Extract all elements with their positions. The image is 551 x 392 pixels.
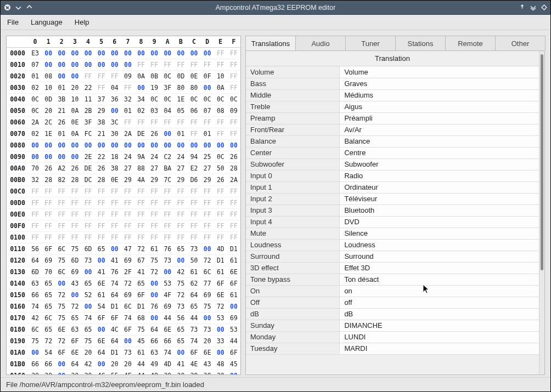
hex-byte[interactable]: 20 — [42, 105, 55, 117]
hex-byte[interactable]: 08 — [42, 71, 55, 82]
hex-byte[interactable]: 00 — [121, 140, 134, 151]
hex-byte[interactable]: 6C — [42, 313, 55, 324]
hex-byte[interactable]: FF — [227, 232, 240, 243]
hex-byte[interactable]: 28 — [42, 174, 55, 186]
hex-row[interactable]: 0110566F6C756D6500477261766573004DD1 — [7, 243, 240, 255]
hex-byte[interactable]: 6E — [95, 336, 108, 347]
hex-byte[interactable]: 73 — [188, 324, 201, 336]
hex-byte[interactable]: 74 — [82, 313, 95, 324]
hex-byte[interactable]: 00 — [174, 140, 187, 151]
hex-byte[interactable]: 00 — [214, 347, 227, 359]
hex-row[interactable]: 015066657200526164696F004F7264696E61 — [7, 289, 240, 301]
hex-byte[interactable]: 43 — [201, 359, 214, 370]
hex-byte[interactable]: 00 — [82, 140, 95, 151]
hex-byte[interactable]: 75 — [82, 336, 95, 347]
hex-byte[interactable]: 08 — [214, 105, 227, 117]
hex-row[interactable]: 0070021E010AFC21302ADE260001FF01FFFF — [7, 128, 240, 140]
translation-value[interactable]: Av/Ar — [340, 124, 539, 135]
hex-byte[interactable]: 69 — [121, 255, 134, 266]
hex-byte[interactable]: 6F — [188, 347, 201, 359]
hex-byte[interactable]: 00 — [55, 151, 68, 163]
hex-byte[interactable]: FF — [148, 117, 161, 128]
translation-value[interactable]: Balance — [340, 135, 539, 147]
translation-value[interactable]: Silence — [340, 228, 539, 239]
hex-byte[interactable]: 00 — [134, 140, 148, 151]
hex-byte[interactable]: FF — [188, 197, 201, 209]
hex-byte[interactable]: 06 — [188, 105, 201, 117]
hex-byte[interactable]: 00 — [55, 59, 68, 71]
hex-byte[interactable]: FF — [29, 220, 42, 232]
scrollbar[interactable] — [539, 51, 544, 374]
hex-byte[interactable]: FF — [174, 209, 187, 220]
hex-byte[interactable]: 00 — [108, 243, 121, 255]
hex-byte[interactable]: 9A — [134, 151, 148, 163]
hex-byte[interactable]: 00 — [95, 255, 108, 266]
hex-byte[interactable]: FF — [134, 209, 148, 220]
hex-byte[interactable]: 27 — [148, 163, 161, 174]
hex-byte[interactable]: 4D — [161, 359, 174, 370]
hex-byte[interactable]: FF — [121, 197, 134, 209]
translation-row[interactable]: MiddleMédiums — [246, 89, 539, 101]
hex-byte[interactable]: 26 — [68, 163, 81, 174]
hex-byte[interactable]: 10 — [214, 71, 227, 82]
hex-byte[interactable]: 65 — [134, 278, 148, 289]
translation-value[interactable]: Surround — [340, 251, 539, 262]
hex-byte[interactable]: 4C — [95, 370, 108, 375]
hex-byte[interactable]: FF — [161, 197, 174, 209]
hex-byte[interactable]: 07 — [201, 105, 214, 117]
translation-value[interactable]: Volume — [340, 66, 539, 78]
hex-byte[interactable]: 00 — [68, 289, 81, 301]
hex-byte[interactable]: 65 — [42, 289, 55, 301]
hex-byte[interactable]: 32 — [121, 94, 134, 105]
hex-byte[interactable]: FF — [227, 59, 240, 71]
hex-byte[interactable]: 01 — [201, 128, 214, 140]
hex-row[interactable]: 00500C20210A2B2900010203040506070809 — [7, 105, 240, 117]
hex-byte[interactable]: 72 — [134, 243, 148, 255]
hex-byte[interactable]: FF — [121, 82, 134, 94]
hex-byte[interactable]: 72 — [42, 336, 55, 347]
hex-byte[interactable]: 05 — [174, 105, 187, 117]
hex-byte[interactable]: 36 — [108, 94, 121, 105]
hex-row[interactable]: 00F0FFFFFFFFFFFFFFFFFFFFFFFFFFFFFFFF — [7, 220, 240, 232]
hex-byte[interactable]: 6D — [29, 266, 42, 278]
hex-byte[interactable]: D1 — [108, 301, 121, 313]
hex-byte[interactable]: FF — [227, 117, 240, 128]
hex-byte[interactable]: 61 — [148, 243, 161, 255]
hex-byte[interactable]: FF — [121, 209, 134, 220]
hex-byte[interactable]: FF — [174, 232, 187, 243]
menu-help[interactable]: Help — [75, 18, 89, 26]
hex-byte[interactable]: 00 — [134, 48, 148, 59]
hex-byte[interactable]: 20 — [29, 370, 42, 375]
hex-byte[interactable]: 02 — [29, 82, 42, 94]
hex-byte[interactable]: 0C — [214, 94, 227, 105]
hex-byte[interactable]: 00 — [42, 140, 55, 151]
hex-byte[interactable]: 6F — [134, 289, 148, 301]
hex-byte[interactable]: FF — [68, 186, 81, 197]
hex-byte[interactable]: 65 — [95, 243, 108, 255]
hex-byte[interactable]: 00 — [148, 313, 161, 324]
scrollbar-thumb[interactable] — [541, 54, 543, 270]
translation-value[interactable]: Effet 3D — [340, 262, 539, 274]
hex-byte[interactable]: 29 — [95, 105, 108, 117]
hex-byte[interactable]: 2A — [227, 174, 240, 186]
hex-byte[interactable]: 1E — [42, 128, 55, 140]
hex-byte[interactable]: FF — [174, 186, 187, 197]
hex-byte[interactable]: FF — [108, 186, 121, 197]
hex-byte[interactable]: 20 — [68, 82, 81, 94]
hex-byte[interactable]: 75 — [55, 301, 68, 313]
hex-byte[interactable]: 7C — [161, 174, 174, 186]
translation-value[interactable]: dB — [340, 308, 539, 320]
hex-byte[interactable]: 69 — [161, 301, 174, 313]
hex-byte[interactable]: 03 — [148, 105, 161, 117]
hex-byte[interactable]: 29 — [121, 174, 134, 186]
hex-byte[interactable]: 66 — [29, 289, 42, 301]
hex-byte[interactable]: FF — [161, 59, 174, 71]
hex-byte[interactable]: FF — [82, 232, 95, 243]
hex-byte[interactable]: FF — [55, 232, 68, 243]
hex-byte[interactable]: 6F — [68, 336, 81, 347]
hex-byte[interactable]: BA — [161, 163, 174, 174]
hex-byte[interactable]: 44 — [161, 313, 174, 324]
hex-byte[interactable]: 61 — [227, 289, 240, 301]
hex-byte[interactable]: 10 — [68, 94, 81, 105]
hex-byte[interactable]: 6C — [121, 301, 134, 313]
